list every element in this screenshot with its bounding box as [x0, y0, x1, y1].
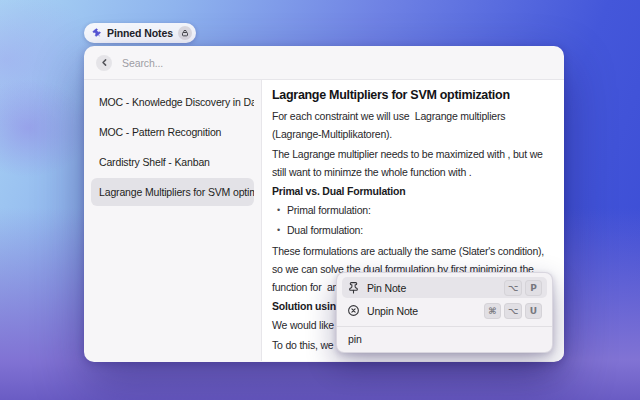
- key-u: U: [525, 303, 542, 319]
- list-item: Dual formulation:: [272, 221, 554, 241]
- notes-list: MOC - Knowledge Discovery in Dat... MOC …: [84, 80, 262, 361]
- note-paragraph: calculate the partial derivatives for an…: [272, 356, 554, 361]
- note-heading-primal-dual: Primal vs. Dual Formulation: [272, 183, 554, 199]
- shortcut-keys: ⌘ ⌥ U: [484, 303, 542, 319]
- menu-item-label: Pin Note: [367, 282, 497, 294]
- note-paragraph: The Lagrange multiplier needs to be maxi…: [272, 145, 554, 181]
- pin-icon: [90, 25, 104, 39]
- list-item-lagrange-multipliers[interactable]: Lagrange Multipliers for SVM optim...: [91, 178, 254, 206]
- list-item-moc-pattern-recognition[interactable]: MOC - Pattern Recognition: [91, 118, 254, 146]
- circle-x-icon: [347, 304, 360, 317]
- back-button[interactable]: [96, 55, 112, 71]
- list-item-moc-knowledge-discovery[interactable]: MOC - Knowledge Discovery in Dat...: [91, 88, 254, 116]
- search-bar: Search...: [84, 46, 564, 80]
- key-option: ⌥: [504, 303, 522, 319]
- menu-item-label: Unpin Note: [367, 305, 477, 317]
- lock-button[interactable]: [178, 26, 192, 40]
- search-input[interactable]: Search...: [122, 57, 163, 69]
- key-option: ⌥: [504, 280, 522, 296]
- menu-item-unpin-note[interactable]: Unpin Note ⌘ ⌥ U: [342, 300, 547, 321]
- key-p: P: [525, 280, 542, 296]
- key-command: ⌘: [484, 303, 501, 319]
- note-title: Lagrange Multipliers for SVM optimizatio…: [272, 87, 554, 103]
- list-item-cardistry-shelf[interactable]: Cardistry Shelf - Kanban: [91, 148, 254, 176]
- list-item: Primal formulation:: [272, 201, 554, 221]
- pin-command-menu: Pin Note ⌥ P Unpin Note ⌘ ⌥ U pin: [336, 272, 553, 353]
- note-paragraph: For each constraint we will use Lagrange…: [272, 107, 554, 143]
- pin-icon: [347, 281, 360, 294]
- lock-icon: [181, 29, 189, 37]
- pill-label: Pinned Notes: [107, 27, 173, 39]
- pinned-notes-pill[interactable]: Pinned Notes: [84, 23, 196, 43]
- note-bullet-list: Primal formulation: Dual formulation:: [272, 201, 554, 240]
- command-filter-input[interactable]: pin: [337, 327, 552, 352]
- menu-item-pin-note[interactable]: Pin Note ⌥ P: [342, 277, 547, 298]
- chevron-left-icon: [100, 58, 109, 67]
- shortcut-keys: ⌥ P: [504, 280, 542, 296]
